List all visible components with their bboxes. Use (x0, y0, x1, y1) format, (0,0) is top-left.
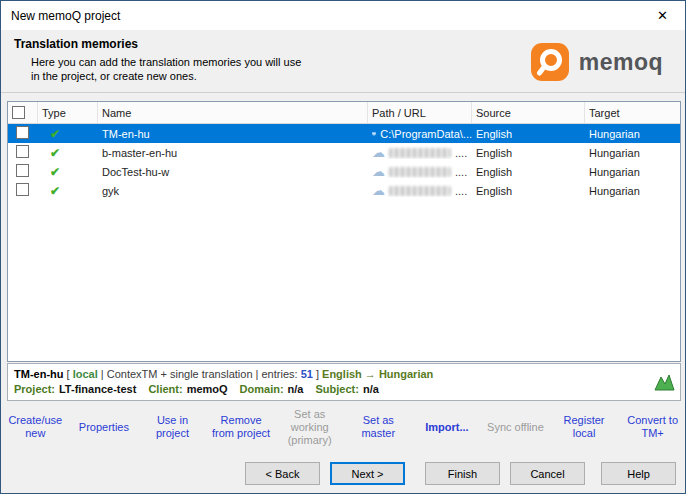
tm-name-cell: DocTest-hu-w (98, 166, 368, 178)
next-button[interactable]: Next > (330, 462, 405, 485)
table-row[interactable]: ✔ DocTest-hu-w ☁ .... English Hungarian (8, 162, 680, 181)
window-title: New memoQ project (11, 9, 120, 23)
row-checkbox[interactable] (16, 126, 29, 139)
tm-info-panel: TM-en-hu [ local | ContexTM + single tra… (7, 363, 681, 401)
cloud-icon: ☁ (372, 146, 385, 159)
page-title: Translation memories (14, 37, 138, 51)
cancel-button[interactable]: Cancel (510, 462, 585, 485)
toolbar-item-import[interactable]: Import... (413, 421, 482, 434)
toolbar-item-set-as-master[interactable]: Set as master (344, 414, 413, 440)
path-cell: ☁ .... (368, 184, 472, 197)
toolbar-item-sync-offline: Sync offline (481, 421, 550, 434)
finish-button[interactable]: Finish (425, 462, 500, 485)
column-header-type[interactable]: Type (38, 102, 98, 123)
redacted-path (389, 186, 451, 196)
table-row[interactable]: ✔ TM-en-hu C:\ProgramData\... English Hu… (8, 124, 680, 143)
source-cell: English (472, 166, 585, 178)
check-icon: ✔ (50, 184, 60, 198)
new-memoq-project-dialog: New memoQ project ✕ Translation memories… (0, 0, 686, 494)
info-tm-name: TM-en-hu (14, 368, 63, 380)
table-row[interactable]: ✔ b-master-en-hu ☁ .... English Hungaria… (8, 143, 680, 162)
memoq-brand: memoq (579, 49, 663, 76)
computer-icon (372, 128, 376, 140)
target-cell: Hungarian (585, 147, 680, 159)
project-label: Project: (14, 383, 55, 395)
info-bracket-open: [ (63, 368, 72, 380)
column-header-name[interactable]: Name (98, 102, 368, 123)
client-value: memoQ (187, 383, 228, 395)
info-entries: 51 (301, 368, 313, 380)
table-header-row: Type Name Path / URL Source Target (8, 102, 680, 124)
tm-name-cell: b-master-en-hu (98, 147, 368, 159)
path-cell: ☁ .... (368, 165, 472, 178)
path-cell: C:\ProgramData\... (368, 128, 472, 140)
toolbar-item-remove-from-project[interactable]: Remove from project (207, 414, 276, 440)
project-value: LT-finance-test (59, 383, 136, 395)
path-text: C:\ProgramData\... (380, 128, 472, 140)
toolbar-item-create-use-new[interactable]: Create/use new (1, 414, 70, 440)
target-cell: Hungarian (585, 128, 680, 140)
page-description: Here you can add the translation memorie… (31, 55, 301, 83)
page-description-line1: Here you can add the translation memorie… (31, 55, 301, 69)
title-bar: New memoQ project ✕ (1, 1, 685, 30)
tm-name-cell: gyk (98, 185, 368, 197)
path-suffix: .... (455, 185, 467, 197)
client-label: Client: (148, 383, 182, 395)
toolbar-item-convert-to-tmplus[interactable]: Convert to TM+ (618, 414, 686, 440)
tm-info-line2: Project:LT-finance-testClient:memoQDomai… (14, 382, 674, 397)
toolbar-item-properties[interactable]: Properties (70, 421, 139, 434)
page-description-line2: in the project, or create new ones. (31, 69, 301, 83)
check-icon: ✔ (50, 146, 60, 160)
redacted-path (389, 148, 451, 158)
domain-label: Domain: (240, 383, 284, 395)
row-checkbox[interactable] (16, 183, 29, 196)
row-checkbox[interactable] (16, 145, 29, 158)
cloud-icon: ☁ (372, 184, 385, 197)
redacted-path (389, 167, 451, 177)
domain-value: n/a (288, 383, 304, 395)
source-cell: English (472, 185, 585, 197)
info-details: | ContexTM + single translation | entrie… (98, 368, 301, 380)
wizard-header: Translation memories Here you can add th… (1, 30, 685, 93)
tm-toolbar: Create/use new Properties Use in project… (1, 401, 686, 453)
help-button[interactable]: Help (601, 462, 676, 485)
check-icon: ✔ (50, 127, 60, 141)
dialog-button-bar: < Back Next > Finish Cancel Help (1, 453, 686, 494)
column-header-source[interactable]: Source (472, 102, 585, 123)
source-cell: English (472, 147, 585, 159)
close-icon[interactable]: ✕ (640, 1, 685, 30)
toolbar-item-use-in-project[interactable]: Use in project (138, 414, 207, 440)
column-header-target[interactable]: Target (585, 102, 680, 123)
memoq-logo-icon (530, 42, 570, 82)
path-cell: ☁ .... (368, 146, 472, 159)
tm-table: Type Name Path / URL Source Target ✔ TM-… (7, 101, 681, 362)
source-cell: English (472, 128, 585, 140)
path-suffix: .... (455, 147, 467, 159)
table-row[interactable]: ✔ gyk ☁ .... English Hungarian (8, 181, 680, 200)
cloud-icon: ☁ (372, 165, 385, 178)
info-location: local (73, 368, 98, 380)
info-languages: English → Hungarian (322, 368, 433, 380)
tm-info-line1: TM-en-hu [ local | ContexTM + single tra… (14, 367, 674, 382)
back-button[interactable]: < Back (245, 462, 320, 485)
tm-name-cell: TM-en-hu (98, 128, 368, 140)
target-cell: Hungarian (585, 166, 680, 178)
column-header-path[interactable]: Path / URL (368, 102, 472, 123)
check-icon: ✔ (50, 165, 60, 179)
info-bracket-close: ] (313, 368, 322, 380)
select-all-checkbox[interactable] (12, 106, 25, 119)
memoq-logo: memoq (530, 42, 663, 82)
subject-label: Subject: (316, 383, 359, 395)
row-checkbox[interactable] (16, 164, 29, 177)
toolbar-item-set-as-working: Set as working (primary) (275, 408, 344, 447)
toolbar-item-register-local[interactable]: Register local (550, 414, 619, 440)
subject-value: n/a (363, 383, 379, 395)
target-cell: Hungarian (585, 185, 680, 197)
path-suffix: .... (455, 166, 467, 178)
tm-lookup-icon (653, 372, 675, 392)
